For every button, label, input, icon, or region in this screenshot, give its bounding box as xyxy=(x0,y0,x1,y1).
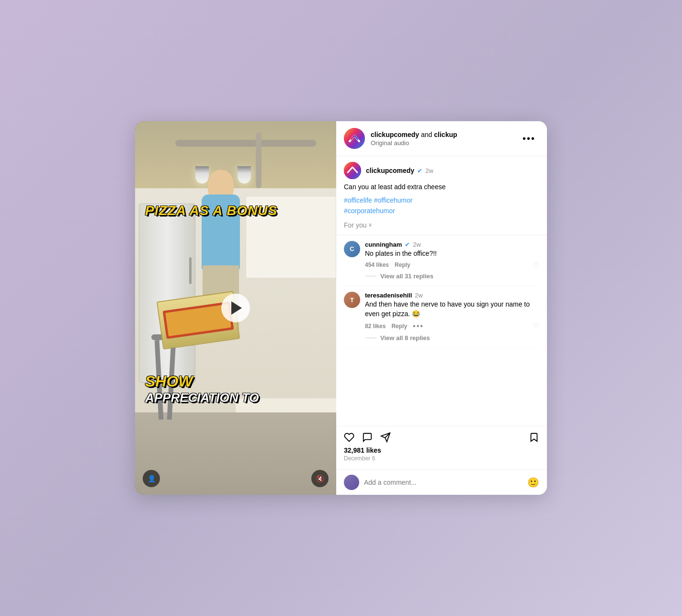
scene-pipe xyxy=(175,140,316,147)
bookmark-icon xyxy=(529,432,539,443)
for-you-text: For you xyxy=(344,221,366,229)
comment-text-cunningham: No plates in the office?!! xyxy=(365,249,539,259)
view-replies-cunningham[interactable]: View all 31 replies xyxy=(365,273,539,280)
text-overlay-bottom: SHOW APPRECIATION TO xyxy=(145,373,326,405)
show-text: SHOW xyxy=(145,373,326,390)
user-button[interactable]: 👤 xyxy=(143,470,160,487)
add-comment-input[interactable] xyxy=(364,479,523,486)
post-date: December 6 xyxy=(344,455,539,462)
video-panel: PIZZA AS A BONUS SHOW APPRECIATION TO 👤 … xyxy=(135,121,336,495)
video-scene: PIZZA AS A BONUS SHOW APPRECIATION TO 👤 … xyxy=(135,121,336,495)
comment-content-teresa: teresadenisehill 2w And then have the ne… xyxy=(365,292,539,341)
likes-count: 32,981 likes xyxy=(344,446,539,454)
comment-time-teresa: 2w xyxy=(415,292,423,299)
play-triangle xyxy=(231,301,242,315)
pizza-text: PIZZA AS A BONUS xyxy=(145,204,326,218)
verified-badge-cunningham: ✔ xyxy=(405,241,410,248)
user-icon: 👤 xyxy=(148,475,156,482)
post-caption: Can you at least add extra cheese xyxy=(344,182,539,192)
view-replies-text-teresa: View all 8 replies xyxy=(380,334,430,342)
replies-line xyxy=(365,276,376,276)
verified-badge: ✔ xyxy=(417,167,422,174)
comment-button[interactable] xyxy=(362,432,373,443)
post-body: clickupcomedy ✔ 2w Can you at least add … xyxy=(336,156,547,235)
emoji-button[interactable]: 🙂 xyxy=(527,477,539,488)
header-audio: Original audio xyxy=(371,139,519,147)
commenter-avatar xyxy=(344,475,359,490)
appreciation-text: APPRECIATION TO xyxy=(145,390,326,405)
comment-author-cunningham[interactable]: cunningham xyxy=(365,241,402,248)
comment-reply-button-cunningham[interactable]: Reply xyxy=(395,262,410,268)
action-icons xyxy=(344,432,539,443)
comment-header-teresa: teresadenisehill 2w xyxy=(365,292,539,299)
username1[interactable]: clickupcomedy xyxy=(371,131,419,138)
mute-button[interactable]: 🔇 xyxy=(311,470,329,487)
more-options-button[interactable]: ••• xyxy=(519,131,539,146)
comment-more-button-teresa[interactable]: ••• xyxy=(413,322,424,331)
play-button[interactable] xyxy=(221,294,250,322)
comment-teresa: T teresadenisehill 2w And then have the … xyxy=(344,286,539,347)
brand-avatar xyxy=(344,128,365,149)
comment-content-cunningham: cunningham ✔ 2w No plates in the office?… xyxy=(365,241,539,280)
text-overlay-top: PIZZA AS A BONUS xyxy=(145,204,326,218)
header-conjunction: and xyxy=(419,131,434,138)
video-controls: 👤 🔇 xyxy=(143,470,329,487)
comment-icon xyxy=(362,432,373,443)
comment-text-teresa: And then have the nerve to have you sign… xyxy=(365,300,539,319)
post-author-row: clickupcomedy ✔ 2w xyxy=(344,162,539,179)
view-replies-text-cunningham: View all 31 replies xyxy=(380,273,433,280)
header-text: clickupcomedy and clickup Original audio xyxy=(371,130,519,147)
comment-avatar-cunningham: C xyxy=(344,241,360,257)
comment-heart-cunningham[interactable]: ♡ xyxy=(533,261,539,269)
action-bar: 32,981 likes December 6 xyxy=(336,426,547,469)
heart-icon xyxy=(344,432,354,443)
send-icon xyxy=(380,432,391,443)
comment-cunningham: C cunningham ✔ 2w No plates in the offic… xyxy=(344,235,539,286)
for-you-row[interactable]: For you ∨ xyxy=(344,221,539,229)
chevron-down-icon: ∨ xyxy=(368,222,372,228)
comment-likes-cunningham: 454 likes xyxy=(365,262,389,268)
comment-avatar-teresa: T xyxy=(344,292,360,308)
post-author-avatar xyxy=(344,162,361,179)
author-info: clickupcomedy ✔ 2w xyxy=(366,167,433,174)
bookmark-button[interactable] xyxy=(529,432,539,443)
like-button[interactable] xyxy=(344,432,354,443)
comment-time-cunningham: 2w xyxy=(413,241,421,248)
svg-point-0 xyxy=(345,129,364,148)
comment-likes-teresa: 82 likes xyxy=(365,323,386,330)
post-hashtags[interactable]: #officelife #officehumor #corporatehumor xyxy=(344,195,539,217)
comment-author-teresa[interactable]: teresadenisehill xyxy=(365,292,412,299)
right-panel: clickupcomedy and clickup Original audio… xyxy=(336,121,547,495)
svg-point-1 xyxy=(344,162,361,179)
share-button[interactable] xyxy=(380,432,391,443)
comment-actions-teresa: 82 likes Reply ••• ♡ xyxy=(365,322,539,331)
post-card: PIZZA AS A BONUS SHOW APPRECIATION TO 👤 … xyxy=(135,121,547,495)
comments-section: C cunningham ✔ 2w No plates in the offic… xyxy=(336,235,547,426)
add-comment-row: 🙂 xyxy=(336,469,547,495)
mute-icon: 🔇 xyxy=(316,475,324,482)
comment-heart-teresa[interactable]: ♡ xyxy=(533,322,539,330)
header-usernames: clickupcomedy and clickup xyxy=(371,130,519,139)
comment-actions-cunningham: 454 likes Reply ♡ xyxy=(365,261,539,269)
post-time: 2w xyxy=(425,167,433,174)
post-header: clickupcomedy and clickup Original audio… xyxy=(336,121,547,156)
replies-line-2 xyxy=(365,338,376,338)
username2[interactable]: clickup xyxy=(434,131,457,138)
comment-reply-button-teresa[interactable]: Reply xyxy=(391,323,407,330)
view-replies-teresa[interactable]: View all 8 replies xyxy=(365,334,539,342)
post-author-name[interactable]: clickupcomedy xyxy=(366,167,414,174)
comment-header-cunningham: cunningham ✔ 2w xyxy=(365,241,539,248)
